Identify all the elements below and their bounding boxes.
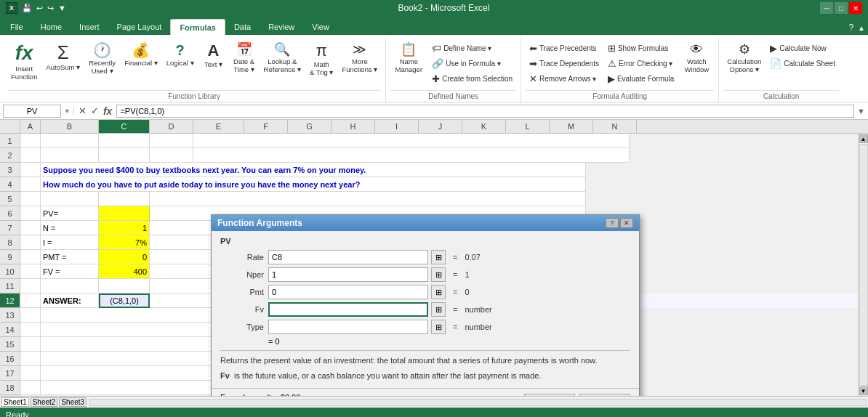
maximize-button[interactable]: □	[835, 2, 848, 14]
col-header-J[interactable]: J	[419, 120, 462, 133]
cell-A1[interactable]	[20, 134, 41, 148]
type-input[interactable]	[268, 320, 428, 334]
row-6[interactable]: 6	[0, 206, 20, 221]
trace-dependents-button[interactable]: ➡ Trace Dependents	[526, 56, 603, 70]
row-5[interactable]: 5	[0, 192, 20, 206]
remove-arrows-button[interactable]: ✕ Remove Arrows ▾	[526, 71, 603, 86]
save-button[interactable]: 💾	[20, 3, 33, 14]
row-4[interactable]: 4	[0, 177, 20, 192]
cell-A14[interactable]	[20, 323, 41, 337]
col-header-L[interactable]: L	[506, 120, 550, 133]
evaluate-formula-button[interactable]: ▶ Evaluate Formula	[604, 71, 678, 86]
minimize-button[interactable]: ─	[820, 2, 833, 14]
redo-button[interactable]: ↪	[46, 3, 55, 14]
cell-A2[interactable]	[20, 148, 41, 163]
watch-window-button[interactable]: 👁 WatchWindow	[679, 41, 714, 87]
help-icon[interactable]: ?	[847, 22, 855, 33]
calculate-now-button[interactable]: ▶ Calculate Now	[766, 41, 839, 55]
dialog-close-button[interactable]: ✕	[620, 218, 633, 228]
rate-collapse-button[interactable]: ⊞	[431, 250, 446, 264]
cell-A15[interactable]	[20, 337, 41, 352]
cell-B6[interactable]: PV=	[41, 206, 99, 221]
cell-A10[interactable]	[20, 264, 41, 279]
col-header-B[interactable]: B	[41, 120, 99, 133]
qa-dropdown[interactable]: ▼	[57, 3, 68, 13]
cell-B1[interactable]	[41, 134, 99, 148]
lookup-ref-button[interactable]: 🔍 Lookup &Reference ▾	[260, 41, 305, 87]
row-3[interactable]: 3	[0, 163, 20, 177]
cell-A13[interactable]	[20, 308, 41, 323]
fv-input[interactable]	[268, 302, 428, 317]
ribbon-minimize-icon[interactable]: ▲	[856, 23, 867, 33]
autosum-button[interactable]: Σ AutoSum ▾	[42, 41, 84, 87]
cell-D2[interactable]	[150, 148, 193, 163]
cell-A18[interactable]	[20, 381, 41, 395]
error-checking-button[interactable]: ⚠ Error Checking ▾	[604, 56, 678, 70]
create-from-selection-button[interactable]: ✚ Create from Selection	[428, 71, 516, 86]
row-2[interactable]: 2	[0, 148, 20, 163]
row-7[interactable]: 7	[0, 221, 20, 235]
cell-C8[interactable]: 7%	[99, 235, 150, 250]
cell-A16[interactable]	[20, 352, 41, 366]
cell-rest-2[interactable]	[193, 148, 630, 163]
col-header-K[interactable]: K	[462, 120, 506, 133]
formula-expand-button[interactable]: ▼	[857, 107, 865, 116]
cell-A7[interactable]	[20, 221, 41, 235]
col-header-G[interactable]: G	[288, 120, 331, 133]
financial-button[interactable]: 💰 Financial ▾	[121, 41, 161, 87]
col-header-F[interactable]: F	[244, 120, 288, 133]
define-name-button[interactable]: 🏷 Define Name ▾	[428, 41, 516, 55]
nper-input[interactable]	[268, 267, 428, 282]
row-18[interactable]: 18	[0, 381, 20, 395]
name-box[interactable]	[3, 105, 61, 118]
cell-C7[interactable]: 1	[99, 221, 150, 235]
cell-A4[interactable]	[20, 177, 41, 192]
col-header-N[interactable]: N	[593, 120, 637, 133]
confirm-formula-button[interactable]: ✓	[89, 105, 100, 116]
tab-review[interactable]: Review	[260, 19, 303, 35]
cell-B3[interactable]: Suppose you need $400 to buy textbooks n…	[41, 163, 586, 177]
more-functions-button[interactable]: ≫ MoreFunctions ▾	[338, 41, 381, 87]
math-trig-button[interactable]: π Math& Trig ▾	[306, 41, 337, 87]
pmt-collapse-button[interactable]: ⊞	[431, 285, 446, 299]
use-in-formula-button[interactable]: 🔗 Use in Formula ▾	[428, 56, 516, 70]
rate-input[interactable]	[268, 250, 428, 264]
formula-input[interactable]	[116, 105, 854, 118]
tab-insert[interactable]: Insert	[71, 19, 108, 35]
dialog-help-button[interactable]: ?	[606, 218, 619, 228]
tab-data[interactable]: Data	[225, 19, 260, 35]
scroll-up-button[interactable]: ▲	[859, 134, 868, 143]
type-collapse-button[interactable]: ⊞	[431, 320, 446, 334]
insert-function-formula-button[interactable]: fx	[102, 105, 113, 117]
row-11[interactable]: 11	[0, 279, 20, 293]
calculation-options-button[interactable]: ⚙ CalculationOptions ▾	[723, 41, 765, 87]
cell-B5[interactable]	[41, 192, 99, 206]
row-10[interactable]: 10	[0, 264, 20, 279]
function-arguments-dialog[interactable]: Function Arguments ? ✕ PV Rate ⊞	[211, 214, 640, 396]
tab-view[interactable]: View	[303, 19, 338, 35]
cell-B11[interactable]	[41, 279, 99, 293]
sheet-tab-2[interactable]: Sheet2	[31, 397, 58, 407]
cell-C6[interactable]	[99, 206, 150, 221]
undo-button[interactable]: ↩	[35, 3, 44, 14]
row-8[interactable]: 8	[0, 235, 20, 250]
cell-C11[interactable]	[99, 279, 150, 293]
name-box-dropdown[interactable]: ▼	[64, 108, 74, 115]
cell-C2[interactable]	[99, 148, 150, 163]
tab-formulas[interactable]: Formulas	[170, 19, 225, 35]
vertical-scrollbar[interactable]: ▲ ▼	[858, 134, 868, 396]
name-manager-button[interactable]: 📋 NameManager	[390, 41, 427, 87]
cell-B2[interactable]	[41, 148, 99, 163]
tab-file[interactable]: File	[1, 19, 32, 35]
cell-A3[interactable]	[20, 163, 41, 177]
insert-function-button[interactable]: fx InsertFunction	[7, 41, 41, 87]
cell-D1[interactable]	[150, 134, 193, 148]
cell-A17[interactable]	[20, 366, 41, 381]
cell-B12[interactable]: ANSWER:	[41, 293, 99, 308]
cancel-formula-button[interactable]: ✕	[77, 105, 88, 116]
col-header-E[interactable]: E	[193, 120, 244, 133]
cell-A6[interactable]	[20, 206, 41, 221]
tab-page-layout[interactable]: Page Layout	[108, 19, 171, 35]
calculate-sheet-button[interactable]: 📄 Calculate Sheet	[766, 56, 839, 70]
cell-rest-1[interactable]	[193, 134, 630, 148]
